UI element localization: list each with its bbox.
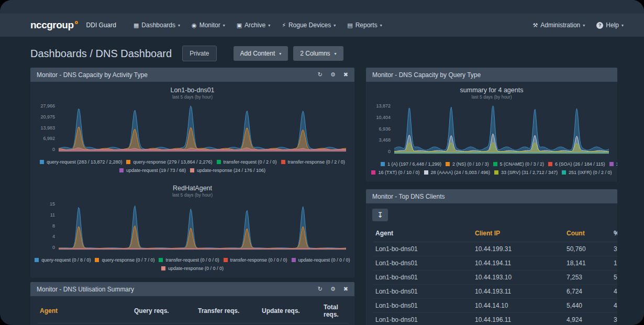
columns-select-button[interactable]: 2 Columns ▾ xyxy=(293,46,343,61)
chevron-down-icon: ▾ xyxy=(334,23,336,28)
col-header-agent[interactable]: Agent xyxy=(38,298,132,323)
legend-swatch xyxy=(95,258,99,262)
refresh-icon[interactable]: ↻ xyxy=(318,71,323,78)
chevron-down-icon: ▾ xyxy=(583,23,585,28)
lightning-icon: ⚡ xyxy=(282,22,286,29)
nccgroup-logo: nccgroup xyxy=(30,19,78,31)
table-row: Lon1-bo-dns01 10.44.193.11 6,724 4 xyxy=(373,285,617,299)
activity-chart-plot-redhat[interactable] xyxy=(59,202,346,250)
panel-header: Monitor - DNS Capacity by Query Type xyxy=(366,68,617,82)
legend-item[interactable]: transfer-response (0 / 0 / 0) xyxy=(224,256,287,264)
gear-icon[interactable]: ⚙ xyxy=(330,71,336,78)
col-header-client-ip[interactable]: Client IP xyxy=(473,224,564,242)
y-axis-labels: 13,872 10,404 6,936 3,468 0 xyxy=(370,104,394,154)
legend-item[interactable]: query-request (283 / 13,872 / 2,280) xyxy=(40,158,122,166)
legend-item[interactable]: 28 (AAAA) (24 / 5,003 / 496) xyxy=(424,168,491,177)
nav-reports[interactable]: ▤ Reports ▾ xyxy=(341,18,387,32)
table-header-row: Agent Query reqs. Transfer reqs. Update … xyxy=(38,298,348,323)
legend-swatch xyxy=(494,170,498,175)
legend-swatch xyxy=(493,162,497,166)
legend-item[interactable]: 2 (NS) (0 / 10 / 3) xyxy=(446,160,489,168)
chart-legend: query-request (283 / 13,872 / 2,280) que… xyxy=(30,158,354,180)
chart-subtitle: last 5 days (by hour) xyxy=(30,192,354,198)
table-row: Lon1-bo-dns01 10.44.14.10 5,440 4 xyxy=(373,299,617,313)
legend-item[interactable]: query-response (279 / 13,864 / 2,276) xyxy=(126,158,212,166)
legend-swatch xyxy=(119,168,124,172)
table-row: Lon1-bo-dns01 10.44.199.31 50,760 3 xyxy=(373,242,617,256)
col-header-update-reqs[interactable]: Update reqs. xyxy=(260,298,321,323)
col-header-count[interactable]: Count xyxy=(564,224,612,242)
chart-query-summary: summary for 4 agents last 5 days (by hou… xyxy=(366,82,617,182)
legend-item[interactable]: query-request (0 / 8 / 0) xyxy=(35,256,91,264)
panel-title: Monitor - DNS Utilisation Summary xyxy=(37,286,134,293)
app-window: nccgroup DDI Guard ▦ Dashboards ▾ ◉ Moni… xyxy=(0,0,644,325)
chart-title: Lon1-bo-dns01 xyxy=(30,86,354,94)
col-header-agent[interactable]: Agent xyxy=(373,224,473,242)
col-header-percent[interactable]: % xyxy=(612,224,617,242)
legend-item[interactable]: transfer-request (0 / 0 / 0) xyxy=(159,256,219,264)
nav-archive[interactable]: ▣ Archive ▾ xyxy=(231,18,276,32)
window-top-strip xyxy=(0,0,644,14)
nav-help[interactable]: ? Help ▾ xyxy=(591,18,629,32)
chart-title: summary for 4 agents xyxy=(366,86,617,94)
query-chart-plot[interactable] xyxy=(394,104,609,154)
close-icon[interactable]: ✖ xyxy=(343,286,348,292)
refresh-icon[interactable]: ↻ xyxy=(318,286,323,292)
legend-item[interactable]: update-request (19 / 73 / 68) xyxy=(119,166,186,175)
legend-item[interactable]: update-request (0 / 0 / 0) xyxy=(292,256,350,264)
navbar: nccgroup DDI Guard ▦ Dashboards ▾ ◉ Moni… xyxy=(0,14,644,37)
nav-monitor[interactable]: ◉ Monitor ▾ xyxy=(186,18,231,32)
legend-item[interactable]: 6 (SOA) (26 / 184 / 115) xyxy=(548,160,605,168)
legend-swatch xyxy=(381,162,385,166)
panel-header: Monitor - DNS Capacity by Activity Type … xyxy=(30,68,354,82)
navbar-right: ⚒ Administration ▾ ? Help ▾ xyxy=(527,18,629,32)
download-button[interactable]: ↧ xyxy=(372,209,388,221)
wrench-icon: ⚒ xyxy=(532,22,538,29)
chart-title: RedHatAgent xyxy=(30,185,354,192)
legend-swatch xyxy=(371,170,375,175)
gear-icon[interactable]: ⚙ xyxy=(330,286,336,292)
legend-item[interactable]: query-response (0 / 7 / 0) xyxy=(95,256,154,264)
chevron-down-icon: ▾ xyxy=(223,23,225,28)
col-header-transfer-reqs[interactable]: Transfer reqs. xyxy=(196,298,260,323)
legend-item[interactable]: update-response (0 / 0 / 0) xyxy=(161,264,224,273)
legend-item[interactable]: transfer-request (0 / 2 / 0) xyxy=(217,158,277,166)
col-header-query-reqs[interactable]: Query reqs. xyxy=(132,298,196,323)
table-row: Lon1-bo-dns01 10.44.193.10 7,253 5 xyxy=(373,270,617,285)
panel-title: Monitor - Top DNS Clients xyxy=(372,193,445,200)
chevron-down-icon: ▾ xyxy=(380,23,382,28)
legend-swatch xyxy=(292,258,296,262)
chart-lon1-activity: Lon1-bo-dns01 last 5 days (by hour) 27,9… xyxy=(30,82,354,180)
legend-item[interactable]: transfer-response (0 / 2 / 0) xyxy=(281,158,345,166)
panel-header: Monitor - DNS Utilisation Summary ↻ ⚙ ✖ xyxy=(30,282,354,296)
legend-item[interactable]: 16 (TXT) (0 / 10 / 0) xyxy=(371,168,419,177)
activity-chart-plot-lon1[interactable] xyxy=(59,104,346,152)
legend-item[interactable]: 33 (SRV) (31 / 2,712 / 347) xyxy=(494,168,558,177)
legend-swatch xyxy=(609,162,614,166)
nav-administration[interactable]: ⚒ Administration ▾ xyxy=(527,18,591,32)
add-content-button[interactable]: Add Content ▾ xyxy=(234,46,288,61)
download-icon: ↧ xyxy=(377,211,383,219)
page-header: Dashboards / DNS Dashboard Private Add C… xyxy=(0,37,644,68)
legend-swatch xyxy=(548,162,552,166)
main-menu: ▦ Dashboards ▾ ◉ Monitor ▾ ▣ Archive ▾ ⚡… xyxy=(128,18,388,32)
help-icon: ? xyxy=(596,22,603,29)
legend-item[interactable]: 1 (A) (197 / 6,448 / 1,299) xyxy=(381,160,441,168)
left-column: Monitor - DNS Capacity by Activity Type … xyxy=(30,68,354,325)
legend-item[interactable]: 251 (IXFR) (0 / 2 / 0) xyxy=(562,168,612,177)
close-icon[interactable]: ✖ xyxy=(343,71,348,78)
col-header-total-reqs[interactable]: Total reqs. xyxy=(321,298,348,323)
table-row: Lon1-bo-dns01 10.44.194.11 18,141 1 xyxy=(373,256,617,270)
nav-dashboards[interactable]: ▦ Dashboards ▾ xyxy=(128,18,186,32)
dashboards-icon: ▦ xyxy=(134,22,139,29)
legend-item[interactable]: 12 (PTR) (3 / 39 / xyxy=(609,160,618,168)
legend-swatch xyxy=(40,160,44,164)
legend-item[interactable]: 5 (CNAME) (0 / 3 / 2) xyxy=(493,160,545,168)
archive-icon: ▣ xyxy=(237,22,242,29)
table-row: Lon1-bo-dns01 389,759 38 11,616 401,413 xyxy=(38,323,348,325)
nav-rogue-devices[interactable]: ⚡ Rogue Devices ▾ xyxy=(276,18,341,32)
legend-item[interactable]: update-response (24 / 176 / 106) xyxy=(190,166,265,175)
private-button[interactable]: Private xyxy=(182,46,216,61)
table-row: Lon1-bo-dns01 10.44.196.11 4,924 3 xyxy=(373,313,617,325)
chevron-down-icon: ▾ xyxy=(335,51,337,56)
